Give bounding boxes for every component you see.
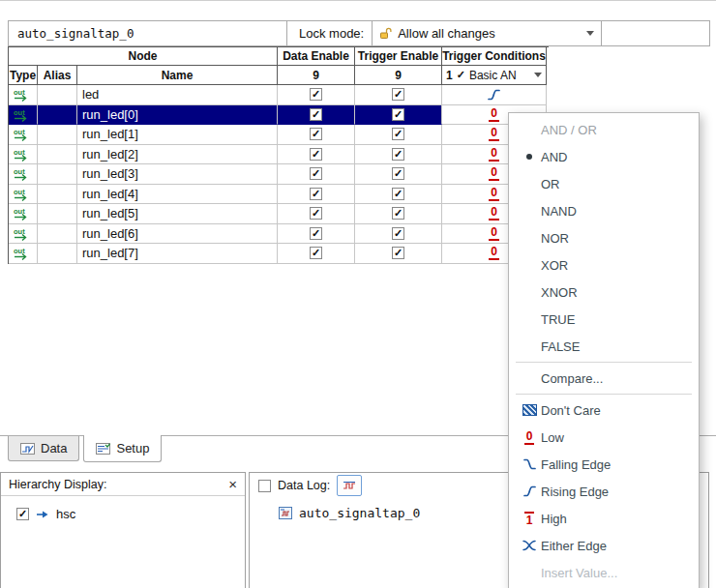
close-icon[interactable]: ×	[228, 477, 237, 491]
menu-item-gutter: 0	[518, 430, 541, 445]
menu-item-and[interactable]: AND	[509, 143, 699, 170]
data-enable-cell[interactable]: ✓	[278, 244, 355, 264]
trigger-enable-header: Trigger Enable	[355, 47, 442, 66]
menu-item-nand[interactable]: NAND	[509, 197, 699, 224]
menu-item-label: Either Edge	[541, 539, 607, 553]
low-icon: 0	[489, 226, 499, 241]
condition-index: 1	[446, 69, 453, 82]
svg-text:out: out	[14, 207, 25, 216]
menu-item-gutter	[518, 485, 541, 498]
menu-item-label: Insert Value...	[541, 566, 617, 580]
selected-radio-dot	[526, 154, 532, 160]
lock-mode-dropdown[interactable]: Allow all changes	[372, 21, 602, 45]
data-enable-cell[interactable]: ✓	[278, 85, 355, 105]
table-row[interactable]: outrun_led[4]✓✓0	[9, 185, 549, 205]
menu-item-label: FALSE	[541, 339, 580, 354]
menu-item-rising-edge[interactable]: Rising Edge	[509, 478, 699, 505]
trigger-enable-cell[interactable]: ✓	[355, 125, 442, 145]
data-log-label: Data Log:	[278, 479, 330, 492]
node-alias-cell	[38, 204, 77, 224]
checkbox-checked: ✓	[310, 88, 322, 101]
checkbox-checked: ✓	[310, 108, 322, 121]
setup-tab-icon	[96, 443, 110, 455]
menu-item-label: Compare...	[541, 371, 603, 386]
svg-text:out: out	[14, 247, 25, 255]
trigger-enable-cell[interactable]: ✓	[355, 145, 442, 165]
hierarchy-item-hsc[interactable]: ✓hsc	[1, 496, 245, 521]
menu-item-xor[interactable]: XOR	[509, 251, 699, 279]
menu-item-either-edge[interactable]: Either Edge	[509, 532, 699, 559]
unlock-icon	[379, 27, 392, 40]
menu-item-label: Don't Care	[541, 403, 601, 418]
data-enable-cell[interactable]: ✓	[278, 164, 355, 185]
menu-item-gutter	[518, 154, 541, 160]
node-type-cell: out	[9, 185, 38, 205]
data-enable-cell[interactable]: ✓	[278, 224, 355, 245]
trigger-enable-cell[interactable]: ✓	[355, 244, 442, 264]
node-type-cell: out	[9, 145, 38, 165]
instance-name-field[interactable]: auto_signaltap_0	[9, 21, 287, 45]
trigger-enable-cell[interactable]: ✓	[355, 204, 442, 224]
trigger-enable-cell[interactable]: ✓	[355, 105, 442, 126]
data-enable-cell[interactable]: ✓	[278, 204, 355, 224]
table-row[interactable]: outrun_led[1]✓✓0	[9, 125, 549, 145]
table-row[interactable]: outrun_led[2]✓✓0	[9, 145, 549, 165]
svg-text:out: out	[14, 128, 25, 136]
menu-item-low[interactable]: 0Low	[509, 424, 699, 451]
node-type-cell: out	[9, 204, 38, 224]
menu-item-label: High	[541, 512, 567, 526]
table-row[interactable]: outrun_led[6]✓✓0	[9, 224, 549, 245]
menu-item-don-t-care[interactable]: Don't Care	[509, 397, 699, 424]
table-row[interactable]: outled✓✓	[9, 85, 549, 105]
hierarchy-title: Hierarchy Display:	[9, 478, 106, 491]
out-port-icon: out	[12, 166, 34, 181]
table-row[interactable]: outrun_led[0]✓✓0	[9, 105, 549, 126]
menu-item-or[interactable]: OR	[509, 170, 699, 197]
trigger-condition-set-dropdown[interactable]: 1 ✓ Basic AN	[442, 66, 547, 85]
data-log-checkbox[interactable]	[258, 480, 271, 492]
trigger-enable-cell[interactable]: ✓	[355, 85, 442, 105]
condition-mode: Basic AN	[469, 69, 517, 82]
menu-item-label: NOR	[541, 231, 569, 246]
signaltap-window: auto_signaltap_0 Lock mode: Allow all ch…	[0, 0, 716, 588]
menu-item-falling-edge[interactable]: Falling Edge	[509, 451, 699, 478]
data-enable-cell[interactable]: ✓	[278, 105, 355, 126]
node-header: Node	[9, 47, 278, 66]
table-row[interactable]: outrun_led[7]✓✓0	[9, 244, 549, 264]
menu-item-nor[interactable]: NOR	[509, 224, 699, 251]
data-enable-cell[interactable]: ✓	[278, 125, 355, 145]
trigger-condition-cell[interactable]	[442, 85, 547, 105]
table-row[interactable]: outrun_led[5]✓✓0	[9, 204, 549, 224]
tab-setup[interactable]: Setup	[83, 435, 162, 462]
menu-item-false[interactable]: FALSE	[509, 333, 699, 360]
out-port-icon: out	[12, 206, 34, 220]
checkbox-checked: ✓	[310, 207, 322, 220]
checkbox-checked: ✓	[392, 247, 404, 259]
data-log-capture-button[interactable]	[337, 475, 362, 496]
table-row[interactable]: outrun_led[3]✓✓0	[9, 164, 549, 185]
data-enable-cell[interactable]: ✓	[278, 185, 355, 205]
low-icon: 0	[489, 166, 499, 181]
checkbox-checked: ✓	[392, 88, 404, 101]
out-port-icon: out	[12, 127, 34, 141]
trigger-conditions-header: Trigger Conditions	[442, 47, 547, 66]
checkbox-checked: ✓	[310, 247, 322, 259]
out-port-icon: out	[12, 147, 34, 162]
hierarchy-item-label: hsc	[56, 507, 75, 521]
menu-item-label: OR	[541, 177, 560, 191]
signaltap-instance-icon	[279, 507, 292, 519]
menu-item-high[interactable]: 1High	[509, 505, 699, 532]
menu-item-xnor[interactable]: XNOR	[509, 279, 699, 306]
trigger-enable-cell[interactable]: ✓	[355, 224, 442, 245]
trigger-enable-cell[interactable]: ✓	[355, 164, 442, 185]
node-alias-cell	[38, 164, 77, 185]
menu-item-label: Low	[541, 430, 564, 445]
low-icon: 0	[489, 246, 499, 260]
tab-data[interactable]: Data	[8, 436, 79, 461]
menu-item-compare[interactable]: Compare...	[509, 365, 699, 392]
data-enable-cell[interactable]: ✓	[278, 145, 355, 165]
menu-item-label: AND / OR	[541, 123, 597, 137]
node-name: run_led[1]	[77, 125, 278, 145]
trigger-enable-cell[interactable]: ✓	[355, 185, 442, 205]
menu-item-true[interactable]: TRUE	[509, 306, 699, 333]
